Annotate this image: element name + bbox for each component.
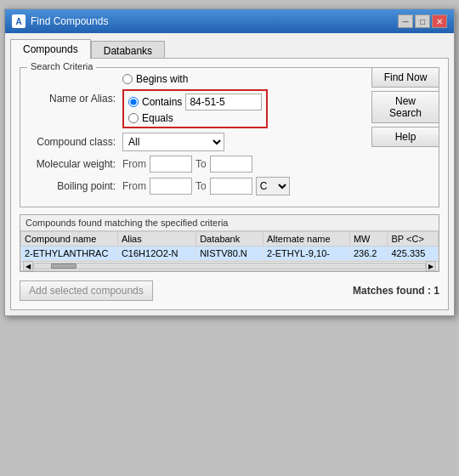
table-header: Compound name Alias Databank Alternate n…: [21, 232, 439, 246]
col-databank: Databank: [196, 232, 264, 246]
begins-with-row: Begins with: [29, 73, 354, 85]
results-table-container: Compound name Alias Databank Alternate n…: [20, 231, 439, 261]
radio-options-container: Contains 84-51-5 Equals: [122, 89, 268, 128]
name-alias-row: Name or Alias: Contains 84-51-5 Equa: [29, 89, 354, 128]
title-bar-left: A Find Compounds: [12, 14, 108, 28]
mol-weight-range: From To: [122, 156, 252, 173]
main-panel: Search Criteria Begins with Name or Alia…: [10, 58, 449, 310]
minimize-button[interactable]: ─: [398, 14, 413, 28]
cell-alias: C16H12O2-N: [117, 246, 196, 261]
mw-from-input[interactable]: [150, 156, 192, 173]
matches-found-text: Matches found : 1: [353, 285, 439, 297]
molecular-weight-row: Molecular weight: From To: [29, 156, 354, 173]
contains-option: Contains 84-51-5: [128, 94, 262, 110]
equals-radio[interactable]: [128, 113, 139, 123]
results-title: Compounds found matching the specified c…: [20, 215, 439, 231]
tab-compounds[interactable]: Compounds: [10, 39, 91, 59]
app-icon: A: [12, 14, 26, 28]
results-group: Compounds found matching the specified c…: [20, 214, 439, 272]
col-compound-name: Compound name: [21, 232, 118, 246]
maximize-button[interactable]: □: [415, 14, 430, 28]
bp-unit-select[interactable]: C F K: [256, 177, 290, 196]
boiling-point-label: Boiling point:: [29, 180, 122, 192]
begins-with-radio[interactable]: [122, 74, 133, 84]
compound-class-label: Compound class:: [29, 136, 122, 148]
contains-options-highlighted: Contains 84-51-5 Equals: [122, 89, 268, 128]
horizontal-scrollbar[interactable]: ◀ ▶: [20, 261, 439, 271]
help-button[interactable]: Help: [371, 127, 439, 147]
table-row[interactable]: 2-ETHYLANTHRAC C16H12O2-N NISTV80.N 2-ET…: [21, 246, 439, 261]
search-criteria-title: Search Criteria: [27, 61, 96, 71]
scrollbar-track[interactable]: [33, 263, 426, 269]
window-title: Find Compounds: [31, 15, 108, 27]
bp-from-input[interactable]: [150, 178, 192, 195]
window-content: Compounds Databanks Search Criteria Begi…: [5, 33, 454, 315]
scrollbar-thumb[interactable]: [51, 264, 76, 269]
close-button[interactable]: ✕: [432, 14, 447, 28]
cell-compound-name: 2-ETHYLANTHRAC: [21, 246, 118, 261]
cell-databank: NISTV80.N: [196, 246, 264, 261]
mw-to-input[interactable]: [210, 156, 252, 173]
find-compounds-window: A Find Compounds ─ □ ✕ Compounds Databan…: [4, 8, 455, 316]
table-header-row: Compound name Alias Databank Alternate n…: [21, 232, 439, 246]
bottom-bar: Add selected compounds Matches found : 1: [20, 277, 439, 301]
molecular-weight-label: Molecular weight:: [29, 158, 122, 170]
results-table: Compound name Alias Databank Alternate n…: [20, 231, 439, 261]
bp-to-input[interactable]: [210, 178, 252, 195]
col-alias: Alias: [117, 232, 196, 246]
mw-from-label: From: [122, 158, 146, 170]
col-bp: BP <C>: [388, 232, 439, 246]
equals-label: Equals: [142, 112, 173, 124]
begins-with-option: Begins with: [122, 73, 188, 85]
equals-option: Equals: [128, 112, 262, 124]
boiling-point-row: Boiling point: From To C F K: [29, 177, 354, 196]
bp-range: From To C F K: [122, 177, 290, 196]
cell-alternate-name: 2-ETHYL-9,10-: [263, 246, 349, 261]
tab-bar: Compounds Databanks: [10, 38, 449, 58]
find-now-button[interactable]: Find Now: [371, 67, 439, 88]
scroll-right-btn[interactable]: ▶: [426, 261, 436, 271]
add-selected-button[interactable]: Add selected compounds: [20, 280, 153, 301]
bp-to-label: To: [196, 180, 207, 192]
new-search-button[interactable]: New Search: [371, 91, 439, 123]
scroll-left-btn[interactable]: ◀: [23, 261, 33, 271]
table-body: 2-ETHYLANTHRAC C16H12O2-N NISTV80.N 2-ET…: [21, 246, 439, 261]
bp-from-label: From: [122, 180, 146, 192]
compound-class-row: Compound class: All: [29, 133, 354, 151]
compound-class-select[interactable]: All: [122, 133, 224, 151]
window-controls: ─ □ ✕: [398, 14, 447, 28]
col-mw: MW: [349, 232, 388, 246]
title-bar: A Find Compounds ─ □ ✕: [5, 9, 454, 33]
name-alias-label: Name or Alias:: [29, 89, 122, 105]
search-value-input[interactable]: 84-51-5: [185, 94, 262, 110]
contains-label: Contains: [142, 96, 182, 108]
action-buttons: Find Now New Search Help: [371, 67, 439, 147]
mw-to-label: To: [196, 158, 207, 170]
begins-with-label: Begins with: [136, 73, 188, 85]
col-alternate-name: Alternate name: [263, 232, 349, 246]
contains-radio[interactable]: [128, 97, 139, 107]
cell-bp: 425.335: [388, 246, 439, 261]
cell-mw: 236.2: [349, 246, 388, 261]
